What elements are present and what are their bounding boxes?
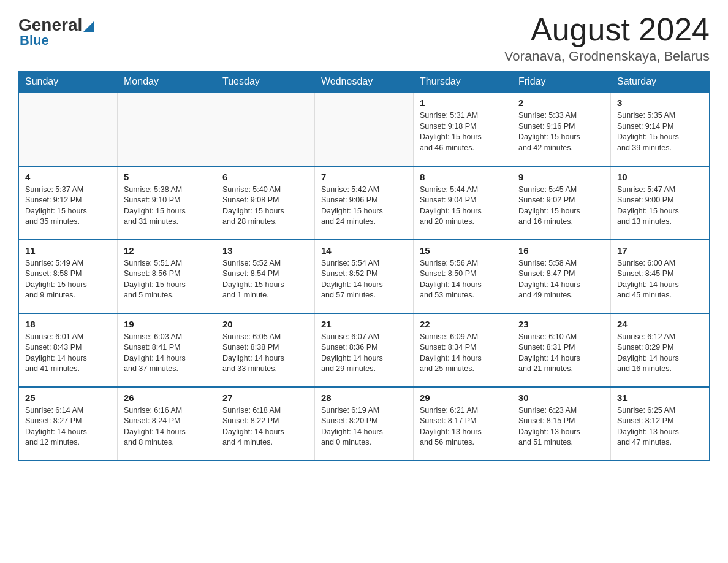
calendar-cell: 23Sunrise: 6:10 AM Sunset: 8:31 PM Dayli…: [512, 313, 611, 387]
title-section: August 2024 Voranava, Grodnenskaya, Bela…: [504, 12, 710, 64]
day-number: 13: [222, 245, 308, 256]
day-info: Sunrise: 6:16 AM Sunset: 8:24 PM Dayligh…: [124, 405, 210, 448]
day-number: 28: [321, 393, 407, 403]
day-info: Sunrise: 6:23 AM Sunset: 8:15 PM Dayligh…: [518, 405, 604, 448]
day-info: Sunrise: 5:35 AM Sunset: 9:14 PM Dayligh…: [617, 110, 703, 153]
day-number: 18: [25, 319, 111, 329]
calendar-cell: 3Sunrise: 5:35 AM Sunset: 9:14 PM Daylig…: [611, 93, 710, 166]
day-info: Sunrise: 6:10 AM Sunset: 8:31 PM Dayligh…: [518, 332, 604, 375]
calendar-cell: [19, 93, 118, 166]
calendar-cell: 4Sunrise: 5:37 AM Sunset: 9:12 PM Daylig…: [19, 166, 118, 240]
month-title: August 2024: [504, 12, 710, 47]
day-info: Sunrise: 6:03 AM Sunset: 8:41 PM Dayligh…: [124, 332, 210, 375]
location-text: Voranava, Grodnenskaya, Belarus: [504, 48, 710, 64]
day-number: 4: [25, 172, 111, 182]
day-info: Sunrise: 6:12 AM Sunset: 8:29 PM Dayligh…: [617, 332, 703, 375]
col-friday: Friday: [512, 71, 611, 93]
day-info: Sunrise: 5:52 AM Sunset: 8:54 PM Dayligh…: [222, 258, 308, 301]
day-info: Sunrise: 6:09 AM Sunset: 8:34 PM Dayligh…: [420, 332, 506, 375]
calendar-header: Sunday Monday Tuesday Wednesday Thursday…: [19, 71, 710, 93]
calendar-cell: 22Sunrise: 6:09 AM Sunset: 8:34 PM Dayli…: [414, 313, 512, 387]
calendar-cell: [315, 93, 414, 166]
day-number: 12: [124, 245, 210, 256]
calendar-cell: [118, 93, 216, 166]
logo-blue-text: Blue: [18, 33, 49, 48]
day-number: 21: [321, 319, 407, 329]
calendar-cell: 12Sunrise: 5:51 AM Sunset: 8:56 PM Dayli…: [118, 240, 216, 313]
calendar-cell: 16Sunrise: 5:58 AM Sunset: 8:47 PM Dayli…: [512, 240, 611, 313]
calendar-cell: 1Sunrise: 5:31 AM Sunset: 9:18 PM Daylig…: [414, 93, 512, 166]
page-header: General Blue August 2024 Voranava, Grodn…: [18, 12, 710, 64]
day-number: 29: [420, 393, 506, 403]
day-number: 16: [518, 245, 604, 256]
calendar-body: 1Sunrise: 5:31 AM Sunset: 9:18 PM Daylig…: [19, 93, 710, 461]
calendar-cell: 21Sunrise: 6:07 AM Sunset: 8:36 PM Dayli…: [315, 313, 414, 387]
col-monday: Monday: [118, 71, 216, 93]
calendar-cell: 25Sunrise: 6:14 AM Sunset: 8:27 PM Dayli…: [19, 387, 118, 461]
day-info: Sunrise: 6:18 AM Sunset: 8:22 PM Dayligh…: [222, 405, 308, 448]
day-info: Sunrise: 5:54 AM Sunset: 8:52 PM Dayligh…: [321, 258, 407, 301]
day-info: Sunrise: 5:38 AM Sunset: 9:10 PM Dayligh…: [124, 185, 210, 228]
week-row-4: 18Sunrise: 6:01 AM Sunset: 8:43 PM Dayli…: [19, 313, 710, 387]
day-number: 23: [518, 319, 604, 329]
calendar-cell: 31Sunrise: 6:25 AM Sunset: 8:12 PM Dayli…: [611, 387, 710, 461]
day-number: 31: [617, 393, 703, 403]
svg-marker-0: [83, 21, 94, 32]
logo: General Blue: [18, 15, 94, 48]
calendar-cell: 9Sunrise: 5:45 AM Sunset: 9:02 PM Daylig…: [512, 166, 611, 240]
day-number: 19: [124, 319, 210, 329]
day-number: 30: [518, 393, 604, 403]
day-info: Sunrise: 5:42 AM Sunset: 9:06 PM Dayligh…: [321, 185, 407, 228]
day-info: Sunrise: 5:37 AM Sunset: 9:12 PM Dayligh…: [25, 185, 111, 228]
day-number: 8: [420, 172, 506, 182]
day-number: 27: [222, 393, 308, 403]
day-info: Sunrise: 5:44 AM Sunset: 9:04 PM Dayligh…: [420, 185, 506, 228]
day-number: 2: [518, 98, 604, 108]
day-info: Sunrise: 6:14 AM Sunset: 8:27 PM Dayligh…: [25, 405, 111, 448]
calendar-table: Sunday Monday Tuesday Wednesday Thursday…: [18, 71, 710, 461]
day-info: Sunrise: 5:51 AM Sunset: 8:56 PM Dayligh…: [124, 258, 210, 301]
calendar-cell: 19Sunrise: 6:03 AM Sunset: 8:41 PM Dayli…: [118, 313, 216, 387]
day-number: 25: [25, 393, 111, 403]
calendar-cell: 17Sunrise: 6:00 AM Sunset: 8:45 PM Dayli…: [611, 240, 710, 313]
day-info: Sunrise: 5:45 AM Sunset: 9:02 PM Dayligh…: [518, 185, 604, 228]
week-row-2: 4Sunrise: 5:37 AM Sunset: 9:12 PM Daylig…: [19, 166, 710, 240]
calendar-cell: 10Sunrise: 5:47 AM Sunset: 9:00 PM Dayli…: [611, 166, 710, 240]
calendar-cell: 15Sunrise: 5:56 AM Sunset: 8:50 PM Dayli…: [414, 240, 512, 313]
day-number: 26: [124, 393, 210, 403]
day-number: 22: [420, 319, 506, 329]
day-number: 20: [222, 319, 308, 329]
day-number: 10: [617, 172, 703, 182]
day-info: Sunrise: 6:01 AM Sunset: 8:43 PM Dayligh…: [25, 332, 111, 375]
calendar-cell: 2Sunrise: 5:33 AM Sunset: 9:16 PM Daylig…: [512, 93, 611, 166]
day-info: Sunrise: 6:25 AM Sunset: 8:12 PM Dayligh…: [617, 405, 703, 448]
day-info: Sunrise: 6:21 AM Sunset: 8:17 PM Dayligh…: [420, 405, 506, 448]
calendar-cell: 14Sunrise: 5:54 AM Sunset: 8:52 PM Dayli…: [315, 240, 414, 313]
calendar-cell: 6Sunrise: 5:40 AM Sunset: 9:08 PM Daylig…: [216, 166, 315, 240]
day-info: Sunrise: 5:33 AM Sunset: 9:16 PM Dayligh…: [518, 110, 604, 153]
day-number: 1: [420, 98, 506, 108]
calendar-cell: 28Sunrise: 6:19 AM Sunset: 8:20 PM Dayli…: [315, 387, 414, 461]
calendar-cell: 8Sunrise: 5:44 AM Sunset: 9:04 PM Daylig…: [414, 166, 512, 240]
week-row-3: 11Sunrise: 5:49 AM Sunset: 8:58 PM Dayli…: [19, 240, 710, 313]
day-info: Sunrise: 5:49 AM Sunset: 8:58 PM Dayligh…: [25, 258, 111, 301]
day-number: 5: [124, 172, 210, 182]
day-number: 15: [420, 245, 506, 256]
day-info: Sunrise: 5:40 AM Sunset: 9:08 PM Dayligh…: [222, 185, 308, 228]
calendar-cell: [216, 93, 315, 166]
day-info: Sunrise: 5:31 AM Sunset: 9:18 PM Dayligh…: [420, 110, 506, 153]
day-info: Sunrise: 6:05 AM Sunset: 8:38 PM Dayligh…: [222, 332, 308, 375]
col-saturday: Saturday: [611, 71, 710, 93]
day-info: Sunrise: 5:58 AM Sunset: 8:47 PM Dayligh…: [518, 258, 604, 301]
day-number: 14: [321, 245, 407, 256]
day-info: Sunrise: 6:07 AM Sunset: 8:36 PM Dayligh…: [321, 332, 407, 375]
calendar-cell: 5Sunrise: 5:38 AM Sunset: 9:10 PM Daylig…: [118, 166, 216, 240]
week-row-1: 1Sunrise: 5:31 AM Sunset: 9:18 PM Daylig…: [19, 93, 710, 166]
col-tuesday: Tuesday: [216, 71, 315, 93]
calendar-cell: 7Sunrise: 5:42 AM Sunset: 9:06 PM Daylig…: [315, 166, 414, 240]
day-number: 24: [617, 319, 703, 329]
calendar-cell: 26Sunrise: 6:16 AM Sunset: 8:24 PM Dayli…: [118, 387, 216, 461]
header-row: Sunday Monday Tuesday Wednesday Thursday…: [19, 71, 710, 93]
col-sunday: Sunday: [19, 71, 118, 93]
day-info: Sunrise: 6:00 AM Sunset: 8:45 PM Dayligh…: [617, 258, 703, 301]
